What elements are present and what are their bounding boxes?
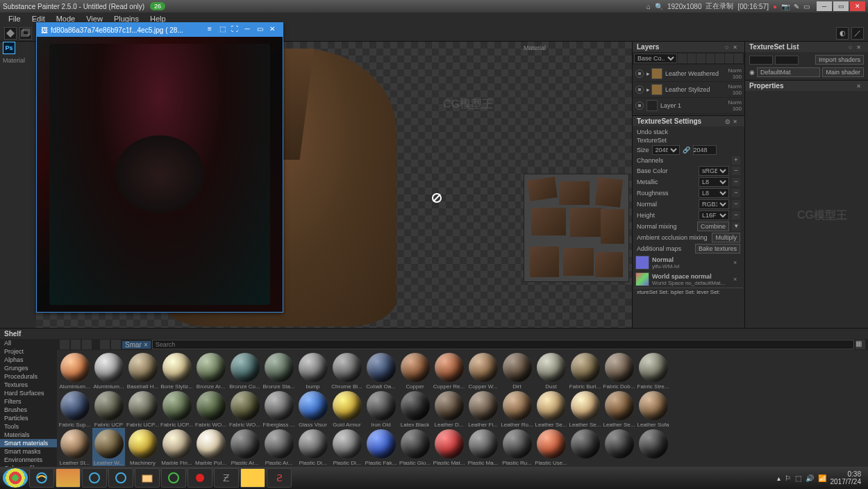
material-item[interactable]: Leather Se...: [569, 390, 601, 428]
material-item[interactable]: Marble Fin...: [160, 428, 193, 466]
tray-icon[interactable]: 📶: [818, 474, 826, 482]
material-item[interactable]: Plastic Ar...: [228, 428, 261, 466]
map-remove-button[interactable]: ×: [733, 276, 742, 283]
panel-close-icon[interactable]: ×: [733, 118, 740, 125]
tray-icon[interactable]: ⚐: [785, 474, 791, 482]
layer-row[interactable]: ▸ Leather Weathered Norm100: [634, 66, 743, 82]
material-item[interactable]: Dust: [535, 351, 567, 390]
channel-format-select[interactable]: L8: [699, 177, 729, 187]
shelf-category[interactable]: Hard Surfaces: [0, 389, 57, 397]
ao-mixing-select[interactable]: Multiply: [712, 233, 740, 242]
shelf-category[interactable]: Smart materials: [0, 439, 57, 447]
shelf-category[interactable]: Project: [0, 347, 57, 356]
layer-tb-icon[interactable]: [687, 53, 696, 63]
layer-name[interactable]: Leather Weathered: [665, 70, 722, 77]
imgwin-restore-icon[interactable]: ⬚: [216, 25, 228, 35]
shelf-grid-icon[interactable]: ▦: [856, 340, 865, 349]
material-item[interactable]: Aluminium...: [92, 351, 125, 390]
material-item[interactable]: Fiberglass ...: [262, 390, 295, 428]
tray-icon[interactable]: ▴: [777, 474, 781, 482]
layer-tb-icon[interactable]: [706, 53, 715, 63]
material-item[interactable]: Bronze Sta...: [262, 351, 295, 390]
shelf-tb-icon[interactable]: [71, 340, 81, 349]
layers-icon[interactable]: [19, 27, 32, 40]
material-item[interactable]: Copper W...: [467, 351, 499, 390]
material-item[interactable]: Leather W...: [92, 428, 125, 466]
shelf-category[interactable]: Filters: [0, 397, 57, 406]
screen-icon[interactable]: ▭: [803, 3, 810, 10]
shelf-category[interactable]: Procedurals: [0, 372, 57, 381]
shelf-category[interactable]: Materials: [0, 431, 57, 439]
material-item[interactable]: Aluminium...: [58, 351, 91, 390]
channel-remove-button[interactable]: −: [732, 189, 740, 197]
camera-icon[interactable]: 📷: [781, 3, 790, 10]
material-item[interactable]: Plastic Glo...: [399, 428, 431, 466]
tray-icon[interactable]: 🔊: [806, 474, 814, 482]
material-item[interactable]: Fabric Burl...: [569, 351, 601, 390]
imgwin-close-icon[interactable]: ✕: [266, 25, 278, 35]
channel-remove-button[interactable]: −: [732, 211, 740, 219]
link-icon[interactable]: 🔗: [683, 147, 690, 154]
undo-stack-row[interactable]: Undo stack: [637, 129, 740, 135]
layer-tb-icon[interactable]: [696, 53, 706, 63]
layer-tb-icon[interactable]: [715, 53, 724, 63]
material-item[interactable]: Plastic Mat...: [433, 428, 465, 466]
material-item[interactable]: Leather Fi...: [467, 390, 499, 428]
material-item[interactable]: Leather Se...: [603, 390, 635, 428]
blend-mode[interactable]: Norm100: [722, 83, 742, 96]
material-item[interactable]: Fabric UCP: [92, 390, 125, 428]
rec-dot-icon[interactable]: ●: [773, 3, 777, 10]
panel-pin-icon[interactable]: ⊙: [725, 118, 732, 125]
search-icon[interactable]: 🔍: [655, 3, 663, 10]
eye-icon[interactable]: ◉: [749, 69, 755, 76]
material-item[interactable]: Plastic Ru...: [501, 428, 533, 466]
material-item[interactable]: [603, 428, 635, 466]
material-item[interactable]: Plastic Use...: [535, 428, 567, 466]
shelf-tb-icon[interactable]: [100, 340, 110, 349]
material-item[interactable]: Fabric Stre...: [637, 351, 669, 390]
visibility-toggle-icon[interactable]: [635, 85, 644, 94]
material-item[interactable]: Leather Ro...: [501, 390, 533, 428]
imgwin-minimize-icon[interactable]: ─: [241, 25, 253, 35]
shelf-category[interactable]: Textures: [0, 381, 57, 389]
shelf-category[interactable]: Tools: [0, 422, 57, 431]
add-channel-button[interactable]: +: [732, 156, 740, 165]
tb-app-icon[interactable]: [161, 468, 186, 488]
layer-tb-icon[interactable]: [678, 53, 687, 63]
shelf-category[interactable]: Brushes: [0, 406, 57, 414]
layer-row[interactable]: Layer 1 Norm100: [634, 98, 743, 114]
panel-opts-icon[interactable]: ○: [725, 44, 732, 51]
channel-format-select[interactable]: L16F: [699, 210, 729, 220]
tb-ie-icon[interactable]: [29, 468, 54, 488]
ts-filter-2[interactable]: [775, 56, 799, 65]
pencil-icon[interactable]: ✎: [794, 3, 799, 10]
layer-channel-select[interactable]: Base Co..: [634, 53, 677, 63]
material-item[interactable]: bump: [297, 351, 329, 390]
material-item[interactable]: Plastic Di...: [297, 428, 329, 466]
material-item[interactable]: [569, 428, 601, 466]
material-item[interactable]: Fabric Sup...: [58, 390, 91, 428]
size-input-2[interactable]: [693, 145, 717, 155]
visibility-toggle-icon[interactable]: [635, 69, 644, 78]
system-tray[interactable]: ▴ ⚐ ⬚ 🔊 📶 0:382017/7/24: [777, 470, 866, 486]
panel-close-icon[interactable]: ×: [733, 44, 740, 51]
imgwin-menu-icon[interactable]: ≡: [203, 25, 216, 35]
expand-icon[interactable]: ▸: [646, 70, 650, 77]
layer-tb-icon[interactable]: [725, 53, 734, 63]
size-select[interactable]: 2048: [652, 145, 680, 155]
material-item[interactable]: Plastic Ma...: [467, 428, 499, 466]
material-item[interactable]: Cobalt Oa...: [365, 351, 397, 390]
bake-textures-button[interactable]: Bake textures: [695, 244, 740, 254]
visibility-toggle-icon[interactable]: [635, 101, 644, 110]
tb-explorer-icon[interactable]: [135, 468, 160, 488]
material-item[interactable]: Bronze Co...: [228, 351, 261, 390]
shelf-category[interactable]: Particles: [0, 414, 57, 422]
shelf-category[interactable]: Grunges: [0, 364, 57, 372]
texset-default[interactable]: DefaultMat: [757, 67, 820, 77]
shelf-category[interactable]: All: [0, 339, 57, 347]
material-item[interactable]: Plastic Di...: [331, 428, 363, 466]
minimize-button[interactable]: ─: [817, 1, 832, 11]
blend-mode[interactable]: Norm100: [722, 99, 742, 112]
tag-close-icon[interactable]: ×: [144, 341, 148, 349]
shelf-tb-icon[interactable]: [60, 340, 69, 349]
